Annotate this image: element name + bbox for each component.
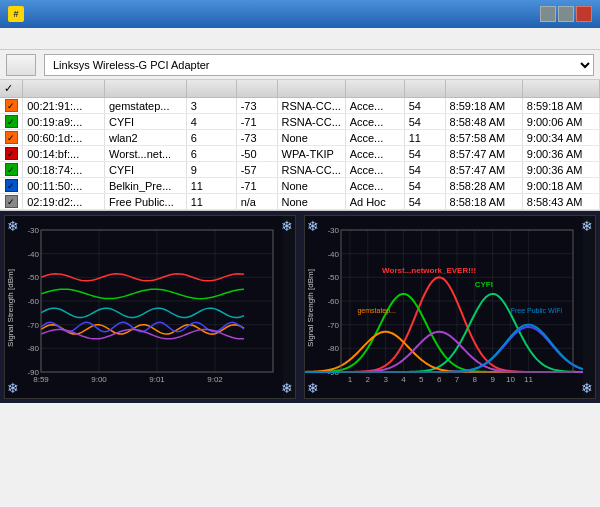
- col-header-first-seen[interactable]: [445, 80, 522, 98]
- menu-bar: [0, 28, 600, 50]
- col-header-last-seen[interactable]: [522, 80, 599, 98]
- table-row[interactable]: ✓ 00:14:bf:... Worst...net... 6 -50 WPA-…: [0, 146, 600, 162]
- row-mac: 00:14:bf:...: [23, 146, 105, 162]
- app-icon: #: [8, 6, 24, 22]
- row-channel: 11: [186, 194, 236, 210]
- row-mac: 00:18:74:...: [23, 162, 105, 178]
- right-chart-canvas: [305, 216, 583, 399]
- table-row[interactable]: ✓ 00:18:74:... CYFI 9 -57 RSNA-CC... Acc…: [0, 162, 600, 178]
- toolbar: Linksys Wireless-G PCI Adapter: [0, 50, 600, 80]
- col-header-speed[interactable]: [404, 80, 445, 98]
- row-checkbox[interactable]: ✓: [0, 162, 23, 178]
- row-network: Acce...: [345, 178, 404, 194]
- row-channel: 6: [186, 146, 236, 162]
- row-first-seen: 8:58:18 AM: [445, 194, 522, 210]
- row-network: Acce...: [345, 162, 404, 178]
- row-last-seen: 9:00:06 AM: [522, 114, 599, 130]
- row-speed: 54: [404, 146, 445, 162]
- networks-table: ✓ ✓ 00:21:91:... gemstatep... 3 -73 RSNA…: [0, 80, 600, 210]
- networks-table-container: ✓ ✓ 00:21:91:... gemstatep... 3 -73 RSNA…: [0, 80, 600, 211]
- col-header-ssid[interactable]: [104, 80, 186, 98]
- table-row[interactable]: ✓ 00:11:50:... Belkin_Pre... 11 -71 None…: [0, 178, 600, 194]
- row-mac: 02:19:d2:...: [23, 194, 105, 210]
- table-row[interactable]: ✓ 00:21:91:... gemstatep... 3 -73 RSNA-C…: [0, 98, 600, 114]
- row-checkbox[interactable]: ✓: [0, 194, 23, 210]
- menu-help[interactable]: [36, 37, 52, 41]
- stop-scan-button[interactable]: [6, 54, 36, 76]
- row-channel: 6: [186, 130, 236, 146]
- maximize-button[interactable]: [558, 6, 574, 22]
- row-speed: 54: [404, 178, 445, 194]
- col-header-security[interactable]: [277, 80, 345, 98]
- row-checkbox[interactable]: ✓: [0, 178, 23, 194]
- row-security: None: [277, 178, 345, 194]
- menu-edit[interactable]: [20, 37, 36, 41]
- row-network: Acce...: [345, 146, 404, 162]
- row-rssi: -73: [236, 130, 277, 146]
- table-row[interactable]: ✓ 00:19:a9:... CYFI 4 -71 RSNA-CC... Acc…: [0, 114, 600, 130]
- row-channel: 9: [186, 162, 236, 178]
- snowflake-bl: ❄: [7, 380, 19, 396]
- window-controls: [540, 6, 592, 22]
- row-last-seen: 9:00:36 AM: [522, 146, 599, 162]
- col-header-check: ✓: [0, 80, 23, 98]
- row-security: None: [277, 130, 345, 146]
- row-channel: 3: [186, 98, 236, 114]
- minimize-button[interactable]: [540, 6, 556, 22]
- col-header-network[interactable]: [345, 80, 404, 98]
- row-speed: 54: [404, 98, 445, 114]
- charts-area: ❄ ❄ ❄ ❄ ❄ ❄ ❄ ❄: [0, 211, 600, 403]
- row-checkbox[interactable]: ✓: [0, 146, 23, 162]
- row-checkbox[interactable]: ✓: [0, 98, 23, 114]
- row-rssi: -71: [236, 178, 277, 194]
- row-rssi: -50: [236, 146, 277, 162]
- table-row[interactable]: ✓ 00:60:1d:... wlan2 6 -73 None Acce... …: [0, 130, 600, 146]
- row-first-seen: 8:59:18 AM: [445, 98, 522, 114]
- col-header-rssi[interactable]: [236, 80, 277, 98]
- row-mac: 00:60:1d:...: [23, 130, 105, 146]
- row-checkbox[interactable]: ✓: [0, 130, 23, 146]
- row-first-seen: 8:57:47 AM: [445, 146, 522, 162]
- row-network: Acce...: [345, 114, 404, 130]
- row-rssi: n/a: [236, 194, 277, 210]
- snowflake-br2: ❄: [581, 380, 593, 396]
- row-rssi: -71: [236, 114, 277, 130]
- row-ssid: Free Public...: [104, 194, 186, 210]
- col-header-mac[interactable]: [23, 80, 105, 98]
- table-row[interactable]: ✓ 02:19:d2:... Free Public... 11 n/a Non…: [0, 194, 600, 210]
- row-mac: 00:21:91:...: [23, 98, 105, 114]
- row-mac: 00:11:50:...: [23, 178, 105, 194]
- row-security: RSNA-CC...: [277, 114, 345, 130]
- row-speed: 54: [404, 114, 445, 130]
- row-ssid: CYFI: [104, 114, 186, 130]
- row-first-seen: 8:57:47 AM: [445, 162, 522, 178]
- row-network: Acce...: [345, 130, 404, 146]
- row-network: Acce...: [345, 98, 404, 114]
- row-speed: 54: [404, 162, 445, 178]
- channel-chart: ❄ ❄ ❄ ❄: [304, 215, 596, 399]
- snowflake-tr: ❄: [281, 218, 293, 234]
- row-security: RSNA-CC...: [277, 162, 345, 178]
- col-header-channel[interactable]: [186, 80, 236, 98]
- row-channel: 11: [186, 178, 236, 194]
- row-ssid: gemstatep...: [104, 98, 186, 114]
- row-last-seen: 8:59:18 AM: [522, 98, 599, 114]
- adapter-select[interactable]: Linksys Wireless-G PCI Adapter: [44, 54, 594, 76]
- menu-file[interactable]: [4, 37, 20, 41]
- row-ssid: CYFI: [104, 162, 186, 178]
- row-last-seen: 9:00:34 AM: [522, 130, 599, 146]
- row-security: None: [277, 194, 345, 210]
- snowflake-br: ❄: [281, 380, 293, 396]
- title-bar: #: [0, 0, 600, 28]
- row-rssi: -57: [236, 162, 277, 178]
- snowflake-bl2: ❄: [307, 380, 319, 396]
- row-speed: 11: [404, 130, 445, 146]
- row-first-seen: 8:58:48 AM: [445, 114, 522, 130]
- row-checkbox[interactable]: ✓: [0, 114, 23, 130]
- row-rssi: -73: [236, 98, 277, 114]
- row-last-seen: 9:00:18 AM: [522, 178, 599, 194]
- close-button[interactable]: [576, 6, 592, 22]
- row-security: WPA-TKIP: [277, 146, 345, 162]
- row-ssid: Belkin_Pre...: [104, 178, 186, 194]
- snowflake-tl2: ❄: [307, 218, 319, 234]
